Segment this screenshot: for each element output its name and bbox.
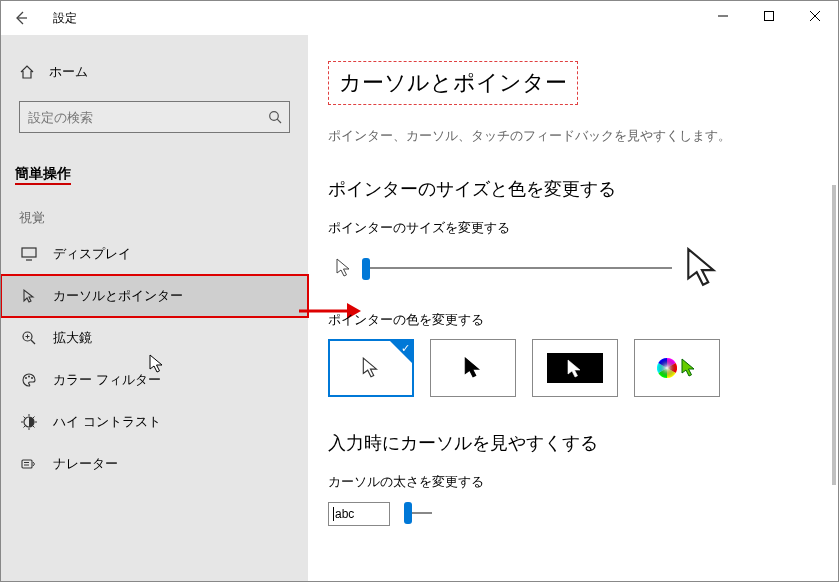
search-icon (261, 110, 289, 124)
svg-line-6 (277, 119, 281, 123)
back-arrow-icon (13, 10, 29, 26)
color-wheel-icon (657, 358, 677, 378)
sidebar-item-label: カーソルとポインター (53, 287, 183, 305)
maximize-button[interactable] (746, 1, 792, 31)
sidebar-item-cursor-pointer[interactable]: カーソルとポインター (1, 275, 308, 317)
minimize-button[interactable] (700, 1, 746, 31)
sidebar-item-narrator[interactable]: ナレーター (1, 443, 308, 485)
svg-point-5 (270, 112, 279, 121)
pointer-size-row (328, 247, 814, 289)
sidebar-item-display[interactable]: ディスプレイ (1, 233, 308, 275)
titlebar: 設定 (1, 1, 838, 35)
svg-point-29 (657, 358, 677, 378)
narrator-icon (21, 456, 37, 472)
svg-line-22 (33, 426, 35, 428)
search-input[interactable] (20, 110, 261, 125)
pointer-color-custom[interactable] (634, 339, 720, 397)
cursor-pointer-icon (21, 288, 37, 304)
cursor-green-icon (681, 358, 697, 378)
small-cursor-icon (336, 258, 352, 278)
window-title: 設定 (41, 10, 77, 27)
pointer-size-label: ポインターのサイズを変更する (328, 219, 814, 237)
sidebar: ホーム 簡単操作 視覚 ディスプレイ カーソルとポインター 拡大鏡 カラー フィ… (1, 35, 308, 582)
cursor-thickness-preview: abc (328, 502, 390, 526)
home-label: ホーム (49, 63, 88, 81)
home-icon (19, 64, 35, 80)
sidebar-item-high-contrast[interactable]: ハイ コントラスト (1, 401, 308, 443)
svg-line-24 (24, 426, 26, 428)
cursor-thickness-label: カーソルの太さを変更する (328, 473, 814, 491)
pointer-color-black[interactable] (430, 339, 516, 397)
sidebar-item-label: 拡大鏡 (53, 329, 92, 347)
sidebar-item-label: カラー フィルター (53, 371, 161, 389)
contrast-icon (21, 414, 37, 430)
search-box[interactable] (19, 101, 290, 133)
pointer-color-options: ✓ (328, 339, 814, 397)
home-button[interactable]: ホーム (1, 53, 308, 91)
cursor-inverted-icon (567, 359, 583, 379)
cursor-white-icon (362, 357, 380, 379)
pointer-color-inverted[interactable] (532, 339, 618, 397)
sidebar-item-magnifier[interactable]: 拡大鏡 (1, 317, 308, 359)
page-title: カーソルとポインター (328, 61, 578, 105)
svg-line-21 (24, 417, 26, 419)
page-description: ポインター、カーソル、タッチのフィードバックを見やすくします。 (328, 127, 814, 145)
sidebar-item-label: ディスプレイ (53, 245, 131, 263)
content-pane: カーソルとポインター ポインター、カーソル、タッチのフィードバックを見やすくしま… (308, 35, 838, 582)
back-button[interactable] (1, 1, 41, 35)
window-controls (700, 1, 838, 31)
close-button[interactable] (792, 1, 838, 31)
pointer-size-slider[interactable] (362, 264, 672, 272)
pointer-size-color-heading: ポインターのサイズと色を変更する (328, 177, 814, 201)
maximize-icon (763, 10, 775, 22)
svg-point-13 (25, 377, 27, 379)
svg-rect-2 (765, 12, 774, 21)
magnifier-icon (21, 330, 37, 346)
cursor-thickness-row: abc (328, 501, 814, 527)
close-icon (809, 10, 821, 22)
group-visual-label: 視覚 (1, 191, 308, 233)
sidebar-item-label: ハイ コントラスト (53, 413, 161, 431)
svg-rect-25 (22, 460, 32, 468)
minimize-icon (717, 10, 729, 22)
svg-line-23 (33, 417, 35, 419)
palette-icon (21, 372, 37, 388)
pointer-color-label: ポインターの色を変更する (328, 311, 814, 329)
input-cursor-heading: 入力時にカーソルを見やすくする (328, 431, 814, 455)
svg-point-15 (31, 377, 33, 379)
section-header: 簡単操作 (1, 151, 308, 191)
sidebar-item-color-filter[interactable]: カラー フィルター (1, 359, 308, 401)
cursor-thickness-slider[interactable] (400, 501, 414, 527)
scrollbar[interactable] (832, 185, 836, 485)
cursor-black-icon (464, 357, 482, 379)
svg-rect-7 (22, 248, 36, 257)
svg-line-10 (31, 340, 35, 344)
sidebar-item-label: ナレーター (53, 455, 118, 473)
pointer-color-white[interactable]: ✓ (328, 339, 414, 397)
svg-point-14 (28, 376, 30, 378)
display-icon (21, 247, 37, 261)
big-cursor-icon (686, 247, 720, 289)
